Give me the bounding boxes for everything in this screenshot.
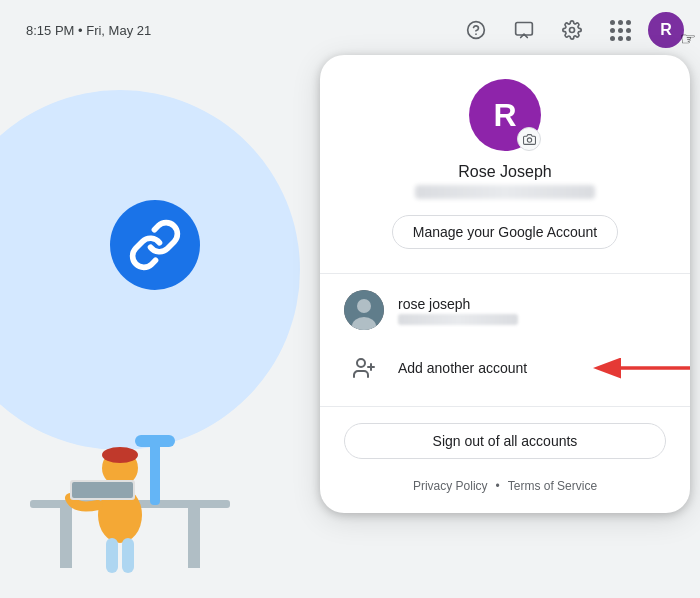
svg-rect-13 [122, 538, 134, 573]
chat-button[interactable] [504, 10, 544, 50]
topbar: 8:15 PM • Fri, May 21 [0, 0, 700, 60]
svg-point-16 [527, 137, 531, 141]
grid-icon [610, 20, 631, 41]
topbar-time: 8:15 PM • Fri, May 21 [26, 23, 151, 38]
divider-2 [320, 406, 690, 407]
panel-user-email [415, 185, 595, 199]
account-info: rose joseph [398, 296, 666, 325]
add-account-icon [344, 348, 384, 388]
svg-rect-8 [135, 435, 175, 447]
account-name: rose joseph [398, 296, 666, 312]
privacy-policy-link[interactable]: Privacy Policy [413, 479, 488, 493]
account-dropdown-panel: R Rose Joseph Manage your Google Account [320, 55, 690, 513]
chat-icon [514, 20, 534, 40]
account-thumb [344, 290, 384, 330]
panel-header: R Rose Joseph Manage your Google Account [320, 55, 690, 265]
illustration-area [0, 60, 320, 598]
account-email [398, 314, 518, 325]
person-illustration [20, 320, 240, 580]
topbar-left: 8:15 PM • Fri, May 21 [16, 23, 456, 38]
apps-button[interactable] [600, 10, 640, 50]
camera-button[interactable] [517, 127, 541, 151]
panel-footer: Privacy Policy • Terms of Service [320, 467, 690, 497]
svg-rect-5 [60, 508, 72, 568]
svg-point-20 [357, 359, 365, 367]
svg-point-3 [570, 28, 575, 33]
account-list-item[interactable]: rose joseph [320, 282, 690, 338]
terms-of-service-link[interactable]: Terms of Service [508, 479, 597, 493]
panel-avatar-letter: R [493, 97, 516, 134]
svg-rect-12 [106, 538, 118, 573]
panel-avatar-wrap: R [469, 79, 541, 151]
help-button[interactable] [456, 10, 496, 50]
svg-point-18 [357, 299, 371, 313]
avatar-letter: R [660, 21, 672, 39]
add-account-label: Add another account [398, 360, 527, 376]
footer-separator: • [496, 479, 500, 493]
gear-icon [562, 20, 582, 40]
panel-user-name: Rose Joseph [458, 163, 551, 181]
svg-rect-15 [72, 482, 133, 498]
signout-button[interactable]: Sign out of all accounts [344, 423, 666, 459]
account-avatar-button[interactable]: R [648, 12, 684, 48]
help-icon [466, 20, 486, 40]
chain-link-icon [110, 200, 200, 290]
svg-rect-7 [150, 440, 160, 505]
svg-point-11 [102, 447, 138, 463]
person-add-icon [352, 356, 376, 380]
svg-rect-6 [188, 508, 200, 568]
manage-account-button[interactable]: Manage your Google Account [392, 215, 618, 249]
red-arrow-icon [585, 348, 690, 388]
topbar-icons: R ☞ [456, 10, 684, 50]
camera-icon [523, 133, 536, 146]
signout-row: Sign out of all accounts [320, 415, 690, 467]
divider-1 [320, 273, 690, 274]
add-account-item[interactable]: Add another account [320, 338, 690, 398]
svg-rect-2 [516, 23, 533, 36]
account-photo [344, 290, 384, 330]
settings-button[interactable] [552, 10, 592, 50]
